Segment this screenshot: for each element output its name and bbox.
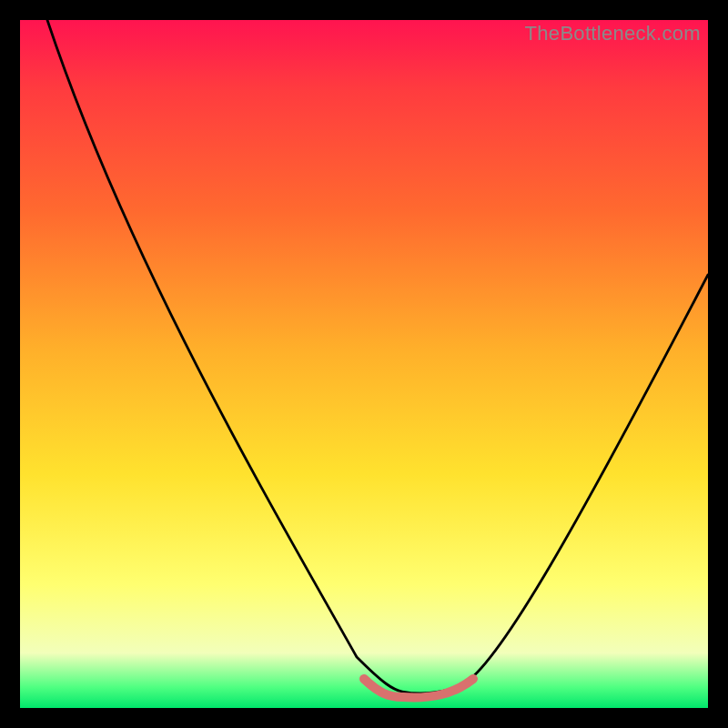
chart-svg	[20, 20, 708, 708]
chart-frame: TheBottleneck.com	[0, 0, 728, 728]
optimal-band	[364, 679, 473, 697]
bottleneck-curve	[47, 20, 708, 693]
watermark-text: TheBottleneck.com	[525, 22, 701, 46]
chart-plot-area: TheBottleneck.com	[20, 20, 708, 708]
